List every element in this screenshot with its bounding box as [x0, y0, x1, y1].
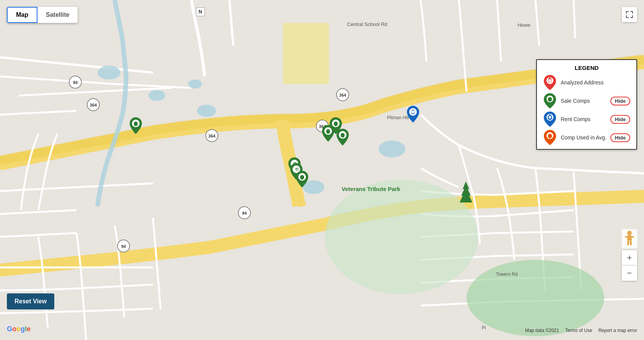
svg-text:94: 94 [121, 244, 126, 249]
svg-point-4 [197, 105, 216, 117]
fullscreen-button[interactable] [622, 7, 637, 22]
legend-icon-analyzed [543, 76, 557, 89]
legend-label-sale: Sale Comps [561, 98, 607, 104]
report-map-error-link[interactable]: Report a map error [598, 328, 637, 333]
svg-point-1 [98, 66, 120, 79]
google-logo-e: e [27, 325, 31, 333]
map-marker-green-7[interactable] [296, 171, 309, 189]
svg-text:364: 364 [90, 103, 97, 107]
legend-icon-rent [543, 112, 557, 126]
reset-view-button[interactable]: Reset View [7, 293, 54, 309]
svg-rect-61 [627, 241, 629, 245]
svg-text:94: 94 [242, 211, 247, 215]
svg-text:Howe: Howe [517, 22, 530, 28]
svg-rect-60 [632, 236, 634, 238]
svg-rect-7 [283, 23, 329, 84]
svg-rect-52 [549, 100, 551, 102]
svg-text:Central School Rd: Central School Rd [347, 21, 387, 27]
svg-text:364: 364 [208, 134, 216, 138]
legend-item-comp: Comp Used in Avg. Hide [543, 131, 630, 144]
svg-point-9 [467, 260, 604, 336]
map-marker-blue[interactable] [407, 106, 420, 124]
fullscreen-icon [626, 11, 633, 18]
google-logo: Google [7, 325, 31, 333]
map-button[interactable]: Map [7, 7, 37, 23]
google-logo-g2: g [21, 325, 25, 333]
legend-item-rent: Rent Comps Hide [543, 112, 630, 126]
legend-label-analyzed: Analyzed Address [561, 79, 630, 86]
svg-rect-42 [342, 136, 343, 138]
terms-of-use-link[interactable]: Terms of Use [565, 328, 592, 333]
svg-rect-56 [549, 136, 551, 138]
svg-point-5 [379, 141, 405, 157]
svg-point-34 [411, 110, 415, 113]
svg-text:Pi: Pi [482, 325, 486, 330]
legend-icon-comp [543, 131, 557, 144]
svg-text:364: 364 [339, 93, 346, 97]
svg-rect-62 [630, 241, 632, 245]
map-data-text: Map data ©2021 [525, 328, 559, 333]
zoom-controls: + − [622, 250, 637, 281]
legend-box: LEGEND Analyzed Address [536, 59, 637, 150]
sale-comps-hide-button[interactable]: Hide [610, 97, 630, 105]
svg-point-54 [549, 116, 551, 119]
svg-rect-40 [335, 124, 337, 126]
svg-rect-36 [135, 124, 137, 126]
svg-text:Towers Rd: Towers Rd [496, 272, 518, 277]
svg-point-3 [188, 79, 202, 89]
zoom-in-button[interactable]: + [622, 250, 637, 266]
pegman-button[interactable] [622, 229, 637, 248]
legend-label-rent: Rent Comps [561, 116, 607, 122]
svg-rect-38 [327, 132, 329, 134]
legend-label-comp: Comp Used in Avg. [561, 134, 607, 141]
legend-icon-sale [543, 94, 557, 108]
legend-item-sale: Sale Comps Hide [543, 94, 630, 108]
map-marker-green-1[interactable] [129, 117, 142, 136]
map-background: 94 364 364 364 364 94 94 N Central Schoo… [0, 0, 644, 340]
zoom-out-button[interactable]: − [622, 266, 637, 281]
satellite-button[interactable]: Satellite [37, 7, 78, 23]
svg-text:Veterans Tribute Park: Veterans Tribute Park [342, 186, 400, 192]
google-logo-o2: o [16, 325, 21, 333]
rent-comps-hide-button[interactable]: Hide [610, 115, 630, 124]
pegman-icon [624, 231, 635, 247]
svg-text:94: 94 [73, 80, 78, 85]
svg-point-50 [548, 79, 551, 82]
map-attribution: Map data ©2021 Terms of Use Report a map… [525, 328, 637, 333]
google-logo-g: G [7, 325, 12, 333]
svg-text:N: N [198, 9, 202, 15]
map-toggle: Map Satellite [7, 7, 78, 23]
map-container: 94 364 364 364 364 94 94 N Central Schoo… [0, 0, 644, 340]
google-logo-o1: o [12, 325, 16, 333]
svg-rect-59 [625, 236, 627, 238]
svg-point-8 [325, 180, 478, 294]
legend-title: LEGEND [543, 65, 630, 71]
svg-rect-48 [301, 178, 303, 180]
comp-used-hide-button[interactable]: Hide [610, 133, 630, 142]
svg-point-57 [627, 231, 632, 235]
svg-rect-58 [627, 235, 632, 241]
map-marker-green-4[interactable] [336, 129, 349, 147]
legend-item-analyzed: Analyzed Address [543, 76, 630, 89]
svg-point-2 [148, 90, 165, 101]
